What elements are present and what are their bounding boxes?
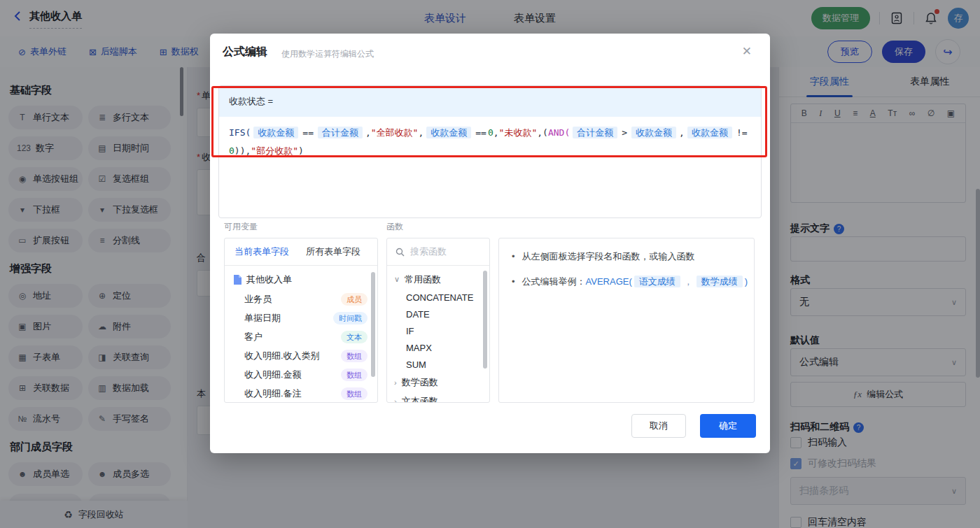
function-list: ∨常用函数CONCATENATEDATEIFMAPXSUM›数学函数›文本函数 — [387, 266, 489, 403]
variables-list: 业务员成员单据日期时间戳客户文本收入明细.收入类别数组收入明细.金额数组收入明细… — [225, 290, 377, 403]
formula-text: "部分收款" — [251, 145, 298, 156]
formula-target: 收款状态 = — [219, 86, 761, 117]
field-token: 合计金额 — [318, 127, 363, 138]
function-item[interactable]: CONCATENATE — [387, 289, 489, 306]
example-field-token: 数学成绩 — [696, 276, 743, 287]
formula-text: != — [736, 127, 748, 138]
formula-text: IFS( — [229, 127, 251, 138]
app: 其他收入单 表单设计表单设置 数据管理 存 ⊘表单外链⊠后端脚本⊞数据权 预览 … — [0, 0, 980, 528]
type-badge: 文本 — [341, 331, 368, 343]
formula-text: , — [679, 127, 685, 138]
formula-text: "全部收款" — [371, 127, 419, 138]
variables-panel: 当前表单字段所有表单字段 其他收入单 业务员成员单据日期时间戳客户文本收入明细.… — [224, 238, 378, 403]
search-icon — [396, 248, 405, 257]
chevron-down-icon: ∨ — [394, 275, 400, 284]
function-item[interactable]: IF — [387, 322, 489, 339]
formula-text: == — [475, 127, 486, 138]
formula-text: AND( — [548, 127, 570, 138]
form-root-node[interactable]: 其他收入单 — [225, 270, 377, 290]
tip-line-2: • 公式编辑举例：AVERAGE(语文成绩，数学成绩) — [512, 275, 754, 289]
bullet: • — [512, 275, 515, 289]
variable-row[interactable]: 客户文本 — [225, 327, 377, 346]
type-badge: 数组 — [341, 387, 368, 400]
formula-text: )), — [234, 145, 251, 156]
chevron-right-icon: › — [394, 397, 397, 404]
variable-row[interactable]: 收入明细.金额数组 — [225, 365, 377, 384]
function-search-input[interactable]: 搜索函数 — [387, 238, 489, 266]
variable-row[interactable]: 收入明细.备注数组 — [225, 384, 377, 403]
type-badge: 数组 — [341, 369, 368, 381]
formula-text: , — [418, 127, 424, 138]
functions-scrollbar[interactable] — [483, 271, 487, 369]
variables-label: 可用变量 — [224, 221, 258, 233]
formula-text: ,( — [537, 127, 548, 138]
function-group[interactable]: ›文本函数 — [387, 392, 489, 403]
functions-label: 函数 — [386, 221, 403, 233]
variables-tabs: 当前表单字段所有表单字段 — [225, 238, 377, 266]
function-group[interactable]: ∨常用函数 — [387, 270, 489, 289]
variable-row[interactable]: 收入明细.收入类别数组 — [225, 346, 377, 365]
type-badge: 时间戳 — [333, 312, 368, 324]
formula-text: ) — [298, 145, 304, 156]
formula-text: 0 — [229, 145, 234, 156]
function-item[interactable]: DATE — [387, 306, 489, 322]
variables-scrollbar[interactable] — [371, 272, 375, 377]
tips-panel: •从左侧面板选择字段名和函数，或输入函数 • 公式编辑举例：AVERAGE(语文… — [498, 238, 755, 403]
field-token: 收款金额 — [631, 127, 676, 138]
function-item[interactable]: MAPX — [387, 339, 489, 356]
bullet: • — [512, 250, 515, 264]
formula-edit-dialog: 公式编辑 使用数学运算符编辑公式 ✕ 收款状态 = IFS(收款金额==合计金额… — [210, 34, 770, 453]
formula-expression: IFS(收款金额==合计金额,"全部收款",收款金额==0,"未收款",(AND… — [219, 117, 761, 167]
variable-row[interactable]: 单据日期时间戳 — [225, 308, 377, 327]
formula-text: 0 — [488, 127, 493, 138]
close-icon[interactable]: ✕ — [742, 44, 752, 59]
formula-text: "未收款" — [499, 127, 538, 138]
function-item[interactable]: SUM — [387, 356, 489, 373]
dialog-title: 公式编辑 — [223, 45, 267, 59]
type-badge: 成员 — [341, 293, 368, 306]
field-token: 收款金额 — [426, 127, 471, 138]
variables-tab[interactable]: 当前表单字段 — [234, 245, 289, 258]
cancel-button[interactable]: 取消 — [631, 414, 686, 438]
formula-text: , — [365, 127, 371, 138]
confirm-button[interactable]: 确定 — [700, 414, 756, 438]
formula-text: , — [493, 127, 499, 138]
field-token: 合计金额 — [573, 127, 617, 138]
function-group[interactable]: ›数学函数 — [387, 373, 489, 392]
document-icon — [233, 275, 241, 285]
functions-panel: 搜索函数 ∨常用函数CONCATENATEDATEIFMAPXSUM›数学函数›… — [386, 238, 490, 403]
dialog-subtitle: 使用数学运算符编辑公式 — [281, 48, 374, 60]
formula-text: == — [302, 127, 314, 138]
formula-editor[interactable]: 收款状态 = IFS(收款金额==合计金额,"全部收款",收款金额==0,"未收… — [218, 85, 762, 218]
chevron-right-icon: › — [394, 378, 397, 387]
example-field-token: 语文成绩 — [634, 276, 680, 287]
type-badge: 数组 — [341, 350, 368, 362]
formula-text: > — [622, 127, 627, 138]
field-token: 收款金额 — [687, 127, 732, 138]
variable-row[interactable]: 业务员成员 — [225, 290, 377, 308]
variables-tab[interactable]: 所有表单字段 — [306, 245, 360, 258]
field-token: 收款金额 — [253, 127, 298, 138]
tip-line-1: •从左侧面板选择字段名和函数，或输入函数 — [512, 250, 754, 264]
